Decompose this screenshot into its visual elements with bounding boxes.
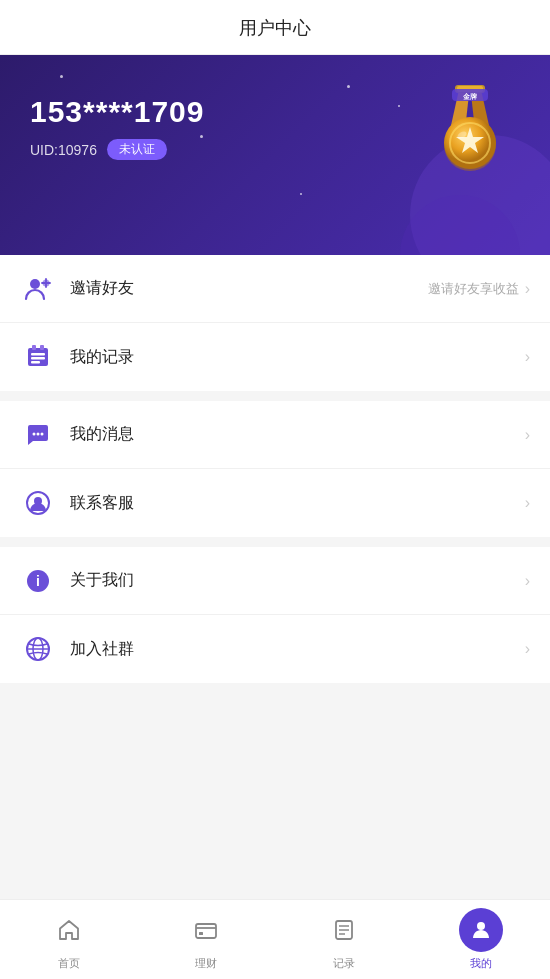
community-icon [20, 631, 56, 667]
home-icon [47, 908, 91, 952]
svg-rect-17 [31, 357, 45, 360]
about-icon: i [20, 563, 56, 599]
svg-rect-19 [32, 345, 36, 350]
about-label: 关于我们 [70, 570, 525, 591]
svg-point-23 [41, 432, 44, 435]
svg-point-11 [30, 279, 40, 289]
svg-text:i: i [36, 573, 40, 589]
svg-rect-16 [31, 353, 45, 356]
nav-finance-label: 理财 [195, 956, 217, 971]
messages-chevron: › [525, 426, 530, 444]
invite-label: 邀请好友 [70, 278, 428, 299]
medal-icon: 金牌 [430, 85, 510, 175]
invite-icon [20, 271, 56, 307]
nav-item-mine[interactable]: 我的 [413, 900, 551, 979]
uid-text: UID:10976 [30, 142, 97, 158]
bottom-nav: 首页 理财 记录 [0, 899, 550, 979]
svg-point-37 [477, 922, 485, 930]
invite-chevron: › [525, 280, 530, 298]
finance-icon [184, 908, 228, 952]
svg-rect-20 [40, 345, 44, 350]
svg-rect-32 [199, 932, 203, 935]
star-decoration [300, 193, 302, 195]
support-label: 联系客服 [70, 493, 525, 514]
support-chevron: › [525, 494, 530, 512]
menu-group-2: 我的消息 › 联系客服 › [0, 401, 550, 537]
profile-banner: 153****1709 UID:10976 未认证 金牌 [0, 55, 550, 255]
star-decoration [347, 85, 350, 88]
records-chevron: › [525, 348, 530, 366]
nav-mine-label: 我的 [470, 956, 492, 971]
svg-point-21 [33, 432, 36, 435]
menu-item-records[interactable]: 我的记录 › [0, 323, 550, 391]
menu-group-1: 邀请好友 邀请好友享收益 › 我的记录 › [0, 255, 550, 391]
nav-item-records[interactable]: 记录 [275, 900, 413, 979]
menu-group-3: i 关于我们 › 加入社群 › [0, 547, 550, 683]
menu-item-about[interactable]: i 关于我们 › [0, 547, 550, 615]
mine-icon [459, 908, 503, 952]
records-nav-icon [322, 908, 366, 952]
star-decoration [398, 105, 400, 107]
messages-label: 我的消息 [70, 424, 525, 445]
menu-item-invite[interactable]: 邀请好友 邀请好友享收益 › [0, 255, 550, 323]
messages-icon [20, 417, 56, 453]
page-title: 用户中心 [239, 18, 311, 38]
unverified-badge[interactable]: 未认证 [107, 139, 167, 160]
about-chevron: › [525, 572, 530, 590]
records-label: 我的记录 [70, 347, 525, 368]
medal-container: 金牌 [430, 85, 510, 175]
star-decoration [60, 75, 63, 78]
invite-hint: 邀请好友享收益 [428, 280, 519, 298]
svg-rect-31 [196, 924, 216, 938]
svg-text:金牌: 金牌 [462, 92, 477, 100]
records-icon [20, 339, 56, 375]
menu-item-messages[interactable]: 我的消息 › [0, 401, 550, 469]
menu-item-community[interactable]: 加入社群 › [0, 615, 550, 683]
community-label: 加入社群 [70, 639, 525, 660]
nav-records-label: 记录 [333, 956, 355, 971]
nav-item-home[interactable]: 首页 [0, 900, 138, 979]
page-header: 用户中心 [0, 0, 550, 55]
menu-item-support[interactable]: 联系客服 › [0, 469, 550, 537]
nav-home-label: 首页 [58, 956, 80, 971]
support-icon [20, 485, 56, 521]
svg-point-22 [37, 432, 40, 435]
svg-rect-18 [31, 361, 40, 364]
nav-item-finance[interactable]: 理财 [138, 900, 276, 979]
star-decoration [200, 135, 203, 138]
community-chevron: › [525, 640, 530, 658]
